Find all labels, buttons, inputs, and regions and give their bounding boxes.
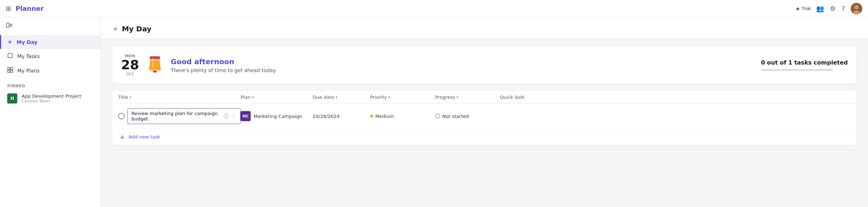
svg-rect-16 bbox=[150, 59, 160, 61]
col-duedate-label: Due date bbox=[313, 94, 334, 100]
plan-badge: MC bbox=[241, 111, 251, 121]
date-month: Oct bbox=[121, 71, 139, 76]
sort-arrow-priority: ▾ bbox=[388, 95, 390, 99]
main-content: ☀ My Day MON 28 Oct Good bbox=[101, 0, 868, 207]
pinned-info: App Development Project Contoso Team bbox=[22, 93, 81, 104]
svg-rect-8 bbox=[8, 67, 10, 70]
sidebar-item-my-day[interactable]: ☀ My Day bbox=[0, 35, 100, 49]
progress-value: Not started bbox=[442, 114, 469, 119]
grid-icon bbox=[7, 67, 13, 74]
sun-icon: ☀ bbox=[7, 39, 12, 45]
task-title-actions: ⓘ ⋮ bbox=[224, 113, 237, 119]
sort-arrow-progress: ▾ bbox=[456, 95, 458, 99]
add-task-row[interactable]: + Add new task bbox=[112, 129, 856, 145]
tasks-completed: 0 out of 1 tasks completed bbox=[761, 59, 848, 71]
sidebar-item-label-my-day: My Day bbox=[17, 39, 37, 45]
svg-rect-9 bbox=[10, 67, 13, 70]
sidebar-item-label-my-tasks: My Tasks bbox=[17, 53, 40, 59]
col-quicklook-label: Quick look bbox=[500, 94, 524, 100]
date-block: MON 28 Oct bbox=[121, 54, 139, 76]
user-avatar[interactable] bbox=[851, 3, 862, 14]
col-title-label: Title bbox=[118, 94, 128, 100]
task-title-box[interactable]: Review marketing plan for campaign budge… bbox=[127, 108, 241, 124]
col-header-title[interactable]: Title ▾ bbox=[118, 94, 241, 100]
task-title-text: Review marketing plan for campaign budge… bbox=[131, 111, 224, 122]
page-header-sun-icon: ☀ bbox=[112, 25, 118, 33]
pinned-item-app-dev[interactable]: H App Development Project Contoso Team bbox=[0, 90, 100, 107]
task-table: Title ▾ Plan ▾ Due date ▾ Priority ▾ Pro… bbox=[112, 91, 856, 145]
tasks-progress-bar bbox=[761, 69, 833, 71]
plan-badge-text: MC bbox=[242, 114, 249, 118]
pinned-item-name: App Development Project bbox=[22, 93, 81, 99]
priority-cell: Medium bbox=[370, 114, 435, 119]
sidebar-item-my-tasks[interactable]: My Tasks bbox=[0, 49, 100, 63]
sort-arrow-title: ▾ bbox=[130, 95, 131, 99]
pencil-emoji bbox=[146, 54, 164, 76]
sort-arrow-duedate: ▾ bbox=[336, 95, 337, 99]
col-header-quicklook: Quick look bbox=[500, 94, 543, 100]
col-header-duedate[interactable]: Due date ▾ bbox=[313, 94, 370, 100]
task-title-cell: Review marketing plan for campaign budge… bbox=[118, 108, 241, 124]
page-title: My Day bbox=[122, 25, 151, 33]
col-header-plan[interactable]: Plan ▾ bbox=[241, 94, 313, 100]
col-header-progress[interactable]: Progress ▾ bbox=[435, 94, 500, 100]
svg-rect-11 bbox=[10, 70, 13, 72]
sidebar-toggle bbox=[0, 17, 100, 35]
pinned-section-label: Pinned bbox=[0, 78, 100, 90]
priority-value: Medium bbox=[375, 114, 394, 119]
plan-cell: MC Marketing Campaign bbox=[241, 111, 313, 121]
app-title: Planner bbox=[15, 5, 44, 12]
greeting-sub-text: There's plenty of time to get ahead toda… bbox=[171, 67, 754, 73]
top-bar-right: ◈ Trial 👥 ⚙ ? bbox=[796, 3, 863, 14]
priority-dot bbox=[370, 115, 373, 118]
greeting-text: Good afternoon There's plenty of time to… bbox=[171, 57, 754, 73]
add-icon: + bbox=[120, 133, 125, 141]
col-plan-label: Plan bbox=[241, 94, 251, 100]
top-bar-left: ⊞ Planner bbox=[6, 5, 44, 12]
svg-rect-3 bbox=[6, 23, 9, 27]
col-progress-label: Progress bbox=[435, 94, 455, 100]
sort-arrow-plan: ▾ bbox=[252, 95, 254, 99]
table-header: Title ▾ Plan ▾ Due date ▾ Priority ▾ Pro… bbox=[112, 91, 856, 104]
plan-name: Marketing Campaign bbox=[254, 114, 302, 119]
task-info-icon[interactable]: ⓘ bbox=[224, 113, 229, 119]
task-complete-circle[interactable] bbox=[118, 113, 125, 119]
help-icon[interactable]: ? bbox=[841, 5, 845, 12]
sidebar-item-label-my-plans: My Plans bbox=[17, 68, 40, 74]
app-grid-icon[interactable]: ⊞ bbox=[6, 5, 11, 12]
svg-rect-15 bbox=[150, 56, 160, 59]
sidebar-toggle-button[interactable] bbox=[6, 22, 13, 31]
pinned-item-team: Contoso Team bbox=[22, 99, 81, 104]
page-header: ☀ My Day bbox=[101, 17, 868, 39]
svg-point-1 bbox=[854, 5, 859, 9]
svg-rect-17 bbox=[152, 58, 153, 68]
trial-label: Trial bbox=[802, 6, 811, 11]
progress-circle bbox=[435, 114, 440, 119]
due-date-value: 10/28/2024 bbox=[313, 114, 340, 119]
greeting-card: MON 28 Oct Good afternoon There's plenty… bbox=[112, 47, 856, 84]
pinned-avatar: H bbox=[7, 93, 17, 104]
greeting-main-text: Good afternoon bbox=[171, 57, 754, 66]
sidebar-item-my-plans[interactable]: My Plans bbox=[0, 63, 100, 78]
settings-icon[interactable]: ⚙ bbox=[830, 5, 836, 12]
tasks-count-text: 0 out of 1 tasks completed bbox=[761, 59, 848, 66]
diamond-icon: ◈ bbox=[796, 6, 800, 11]
progress-cell: Not started bbox=[435, 114, 500, 119]
col-priority-label: Priority bbox=[370, 94, 387, 100]
date-number: 28 bbox=[121, 58, 139, 71]
top-bar: ⊞ Planner ◈ Trial 👥 ⚙ ? bbox=[0, 0, 868, 17]
share-icon[interactable]: 👥 bbox=[816, 5, 824, 12]
trial-button[interactable]: ◈ Trial bbox=[796, 6, 811, 11]
svg-rect-7 bbox=[8, 53, 12, 58]
sidebar: ☀ My Day My Tasks My Plans Pinned H App … bbox=[0, 0, 101, 207]
circle-icon bbox=[7, 53, 13, 60]
col-header-priority[interactable]: Priority ▾ bbox=[370, 94, 435, 100]
task-more-icon[interactable]: ⋮ bbox=[232, 113, 237, 119]
add-task-label: Add new task bbox=[129, 134, 160, 140]
table-row: Review marketing plan for campaign budge… bbox=[112, 104, 856, 129]
svg-rect-10 bbox=[8, 70, 10, 72]
due-date-cell: 10/28/2024 bbox=[313, 114, 370, 119]
